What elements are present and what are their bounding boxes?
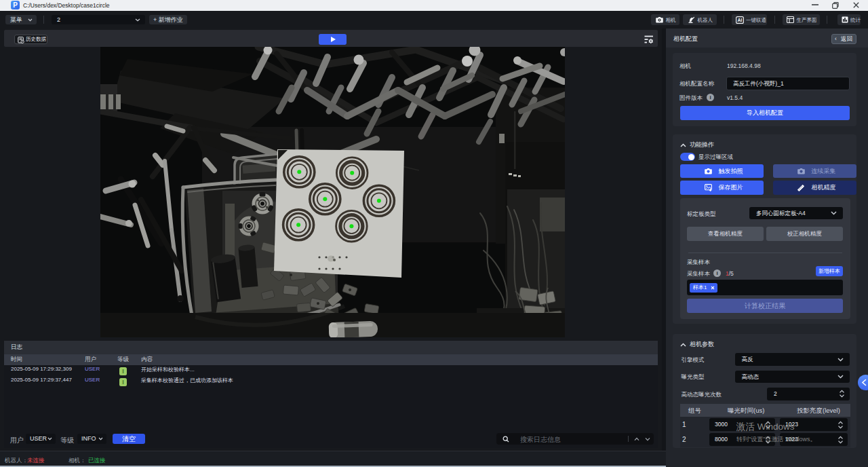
svg-text:AI: AI [738, 18, 743, 22]
